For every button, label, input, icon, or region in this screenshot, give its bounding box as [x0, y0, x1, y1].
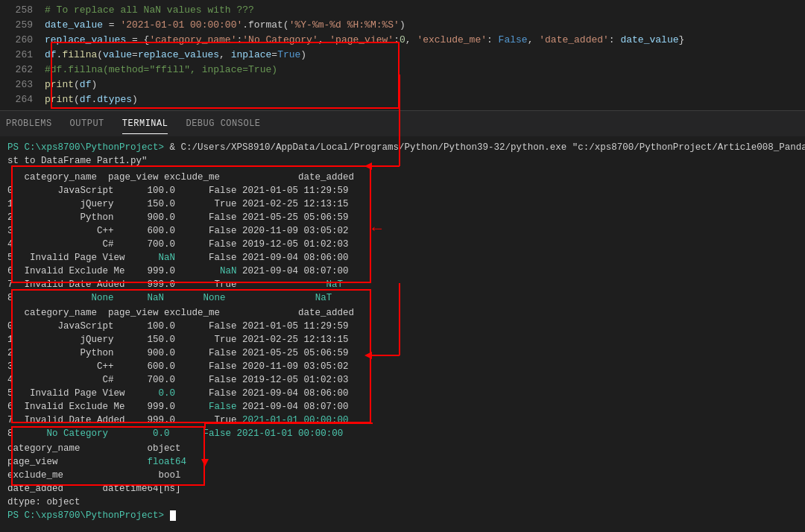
code-editor: 258 # To replace all NaN values with ???…	[0, 0, 805, 110]
tab-output[interactable]: OUTPUT	[70, 114, 104, 134]
code-line-262: 262 #df.fillna(method="ffill", inplace=T…	[0, 63, 805, 77]
terminal-prompt-line: PS C:\xps8700\PythonProject> & C:/Users/…	[7, 141, 798, 168]
terminal-section: PS C:\xps8700\PythonProject> & C:/Users/…	[0, 136, 805, 532]
code-line-264: 264 print(df.dtypes)	[0, 92, 805, 107]
tab-debug-console[interactable]: DEBUG CONSOLE	[186, 114, 260, 134]
code-line-259: 259 date_value = '2021-01-01 00:00:00'.f…	[0, 18, 805, 33]
tab-terminal[interactable]: TERMINAL	[122, 114, 168, 134]
df2-table: category_name page_view exclude_me date_…	[7, 306, 798, 440]
code-line-261: 261 df.fillna(value=replace_values, inpl…	[0, 48, 805, 63]
df1-table: category_name page_view exclude_me date_…	[7, 171, 798, 305]
code-line-260: 260 replace_values = {'category_name':'N…	[0, 33, 805, 48]
tabs-bar: PROBLEMS OUTPUT TERMINAL DEBUG CONSOLE	[0, 110, 805, 136]
code-line-263: 263 print(df)	[0, 77, 805, 92]
code-line-258: 258 # To replace all NaN values with ???	[0, 3, 805, 18]
dtype-output: category_name object page_view float64 e…	[7, 442, 798, 522]
tab-problems[interactable]: PROBLEMS	[6, 114, 52, 134]
